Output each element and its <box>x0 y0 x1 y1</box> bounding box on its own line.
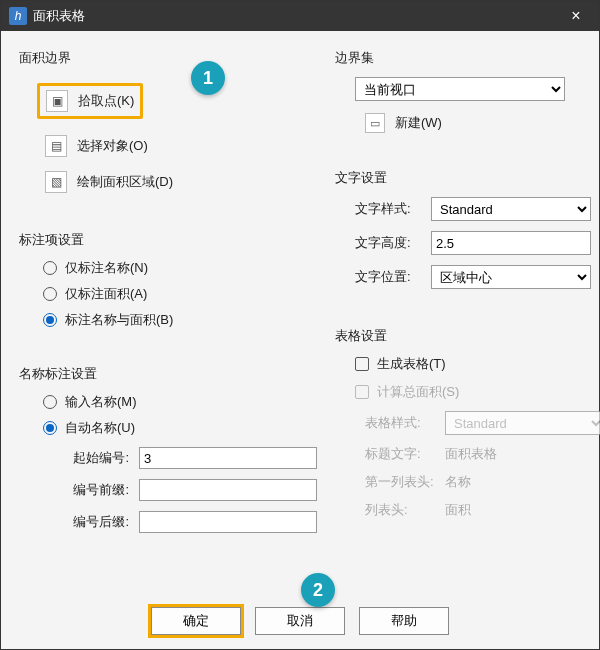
radio-only-area-label: 仅标注面积(A) <box>65 285 147 303</box>
radio-name-and-area[interactable]: 标注名称与面积(B) <box>43 311 317 329</box>
group-annot-item-title: 标注项设置 <box>19 231 317 249</box>
pick-point-icon: ▣ <box>46 90 68 112</box>
radio-input-name-label: 输入名称(M) <box>65 393 137 411</box>
radio-auto-name[interactable]: 自动名称(U) <box>43 419 317 437</box>
text-pos-label: 文字位置: <box>355 268 423 286</box>
dialog-window: h 面积表格 × 1 2 面积边界 ▣ 拾取点(K) ▤ 选择对象(O) ▧ 绘… <box>0 0 600 650</box>
cancel-button[interactable]: 取消 <box>255 607 345 635</box>
new-boundary-button[interactable]: 新建(W) <box>395 114 442 132</box>
radio-icon <box>43 421 57 435</box>
group-boundary-set-title: 边界集 <box>335 49 600 67</box>
calc-total-label: 计算总面积(S) <box>377 383 459 401</box>
table-style-row: 表格样式: Standard <box>365 411 600 435</box>
text-pos-select[interactable]: 区域中心 <box>431 265 591 289</box>
radio-only-name[interactable]: 仅标注名称(N) <box>43 259 317 277</box>
group-area-boundary-title: 面积边界 <box>19 49 317 67</box>
titlebar: h 面积表格 × <box>1 1 599 31</box>
radio-icon <box>43 313 57 327</box>
col2-row: 列表头: 面积 <box>365 501 600 519</box>
left-column: 面积边界 ▣ 拾取点(K) ▤ 选择对象(O) ▧ 绘制面积区域(D) 标注项设… <box>19 43 317 543</box>
select-object-option[interactable]: ▤ 选择对象(O) <box>43 131 317 161</box>
radio-icon <box>43 395 57 409</box>
col1-value: 名称 <box>445 473 565 491</box>
col2-value: 面积 <box>445 501 565 519</box>
footer-buttons: 确定 取消 帮助 <box>1 607 599 635</box>
new-boundary-row: ▭ 新建(W) <box>365 113 600 133</box>
group-name-annot-title: 名称标注设置 <box>19 365 317 383</box>
radio-input-name[interactable]: 输入名称(M) <box>43 393 317 411</box>
pick-point-label: 拾取点(K) <box>78 92 134 110</box>
table-style-label: 表格样式: <box>365 414 437 432</box>
col2-label: 列表头: <box>365 501 437 519</box>
boundary-set-select[interactable]: 当前视口 <box>355 77 565 101</box>
suffix-label: 编号后缀: <box>59 513 129 531</box>
draw-area-label: 绘制面积区域(D) <box>77 173 173 191</box>
radio-icon <box>43 261 57 275</box>
radio-only-name-label: 仅标注名称(N) <box>65 259 148 277</box>
close-icon[interactable]: × <box>561 7 591 25</box>
window-title: 面积表格 <box>33 7 85 25</box>
help-button[interactable]: 帮助 <box>359 607 449 635</box>
radio-auto-name-label: 自动名称(U) <box>65 419 135 437</box>
table-title-label: 标题文字: <box>365 445 437 463</box>
prefix-row: 编号前缀: <box>59 479 317 501</box>
group-table-settings-title: 表格设置 <box>335 327 600 345</box>
dialog-body: 面积边界 ▣ 拾取点(K) ▤ 选择对象(O) ▧ 绘制面积区域(D) 标注项设… <box>1 31 599 603</box>
col1-row: 第一列表头: 名称 <box>365 473 600 491</box>
radio-icon <box>43 287 57 301</box>
text-pos-row: 文字位置: 区域中心 <box>355 265 600 289</box>
calc-total-checkbox <box>355 385 369 399</box>
text-style-select[interactable]: Standard <box>431 197 591 221</box>
gen-table-row[interactable]: 生成表格(T) <box>355 355 600 373</box>
right-column: 边界集 当前视口 ▭ 新建(W) 文字设置 文字样式: Standard 文字高… <box>335 43 600 543</box>
gen-table-checkbox[interactable] <box>355 357 369 371</box>
table-title-row: 标题文字: 面积表格 <box>365 445 600 463</box>
start-number-row: 起始编号: <box>59 447 317 469</box>
draw-area-option[interactable]: ▧ 绘制面积区域(D) <box>43 167 317 197</box>
callout-1: 1 <box>191 61 225 95</box>
group-text-settings-title: 文字设置 <box>335 169 600 187</box>
table-title-value: 面积表格 <box>445 445 565 463</box>
callout-2: 2 <box>301 573 335 607</box>
radio-name-and-area-label: 标注名称与面积(B) <box>65 311 173 329</box>
prefix-label: 编号前缀: <box>59 481 129 499</box>
text-height-label: 文字高度: <box>355 234 423 252</box>
draw-area-icon: ▧ <box>45 171 67 193</box>
gen-table-label: 生成表格(T) <box>377 355 446 373</box>
ok-button[interactable]: 确定 <box>151 607 241 635</box>
app-logo-icon: h <box>9 7 27 25</box>
prefix-input[interactable] <box>139 479 317 501</box>
text-style-label: 文字样式: <box>355 200 423 218</box>
text-style-row: 文字样式: Standard <box>355 197 600 221</box>
start-number-label: 起始编号: <box>59 449 129 467</box>
text-height-input[interactable] <box>431 231 591 255</box>
start-number-input[interactable] <box>139 447 317 469</box>
radio-only-area[interactable]: 仅标注面积(A) <box>43 285 317 303</box>
select-object-label: 选择对象(O) <box>77 137 148 155</box>
calc-total-row: 计算总面积(S) <box>355 383 600 401</box>
pick-point-option[interactable]: ▣ 拾取点(K) <box>37 83 143 119</box>
text-height-row: 文字高度: <box>355 231 600 255</box>
table-style-select: Standard <box>445 411 600 435</box>
col1-label: 第一列表头: <box>365 473 437 491</box>
suffix-row: 编号后缀: <box>59 511 317 533</box>
select-object-icon: ▤ <box>45 135 67 157</box>
new-boundary-icon: ▭ <box>365 113 385 133</box>
suffix-input[interactable] <box>139 511 317 533</box>
